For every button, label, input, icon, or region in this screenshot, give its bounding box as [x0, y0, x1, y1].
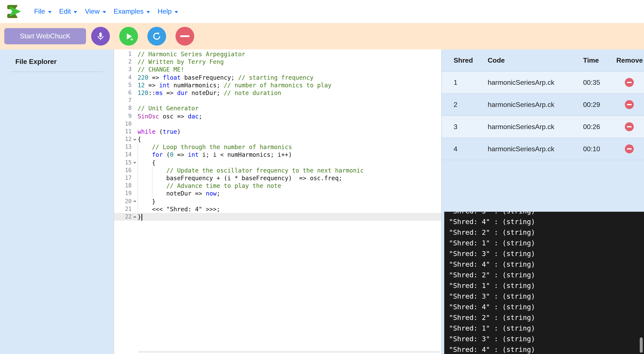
play-button[interactable]	[119, 27, 138, 46]
code-line[interactable]: 10	[114, 120, 441, 128]
microphone-icon	[96, 32, 105, 41]
code-line[interactable]: 2// Written by Terry Feng	[114, 58, 441, 66]
console-line: "Shred: 3" : (string)	[449, 334, 644, 344]
fold-down-icon[interactable]	[132, 159, 138, 166]
code-token: dur	[177, 90, 188, 96]
code-text: {	[138, 159, 156, 166]
code-text: noteDur => now;	[138, 190, 220, 198]
replay-button[interactable]	[147, 27, 166, 46]
code-line[interactable]: 21 <<< "Shred: 4" >>>;	[114, 205, 441, 213]
webchuck-logo[interactable]	[6, 3, 25, 20]
minus-icon	[627, 82, 632, 83]
fold-spacer	[132, 190, 138, 198]
toolbar: Start WebChucK	[0, 23, 644, 50]
fold-down-icon[interactable]	[132, 136, 138, 143]
code-line[interactable]: 12{	[114, 136, 441, 143]
menu-file[interactable]: File	[34, 8, 52, 15]
shred-id: 1	[454, 78, 488, 86]
code-text: }	[138, 198, 156, 205]
code-line[interactable]: 22}	[114, 213, 441, 221]
code-token: osc =>	[159, 113, 188, 120]
menu-examples[interactable]: Examples	[114, 8, 150, 15]
fold-up-icon[interactable]	[132, 198, 138, 205]
menu-help[interactable]: Help	[158, 8, 178, 15]
code-line[interactable]: 17 baseFrequency + (i * baseFrequency) =…	[114, 174, 441, 182]
line-number: 2	[114, 58, 132, 66]
code-token: noteDur;	[188, 90, 224, 96]
remove-shred-row-button[interactable]	[625, 122, 634, 131]
code-token: now	[206, 190, 216, 197]
code-token	[138, 182, 166, 189]
shred-time: 00:35	[583, 78, 616, 86]
code-text: baseFrequency + (i * baseFrequency) => o…	[138, 174, 342, 182]
code-line[interactable]: 16 // Update the oscillator frequency to…	[114, 166, 441, 174]
code-line[interactable]: 18 // Advance time to play the note	[114, 182, 441, 190]
chevron-down-icon	[146, 11, 150, 13]
code-editor[interactable]: 1// Harmonic Series Arpeggiator2// Writt…	[114, 50, 441, 354]
fold-spacer	[132, 151, 138, 159]
code-token: )	[177, 128, 180, 135]
line-number: 14	[114, 151, 132, 159]
shred-id: 2	[454, 101, 488, 108]
code-token: // Advance time to play the note	[166, 182, 281, 189]
remove-shred-row-button[interactable]	[625, 144, 634, 153]
code-token: // Harmonic Series Arpeggiator	[138, 51, 245, 58]
console-scrollbar[interactable]	[640, 338, 643, 353]
code-line[interactable]: 6120::ms => dur noteDur; // note duratio…	[114, 89, 441, 97]
fold-spacer	[132, 66, 138, 74]
menu-label: Examples	[114, 8, 144, 15]
code-token: // note duration	[224, 90, 281, 96]
code-token: for	[152, 152, 163, 158]
code-area: 1// Harmonic Series Arpeggiator2// Writt…	[114, 50, 441, 221]
code-token	[138, 167, 166, 174]
line-number: 9	[114, 112, 132, 120]
code-text: 12 => int numHarmonics; // number of har…	[138, 81, 331, 89]
fold-spacer	[132, 74, 138, 81]
console-line: "Shred: 2" : (string)	[449, 270, 644, 280]
code-line[interactable]: 3// CHANGE ME!	[114, 66, 441, 74]
microphone-button[interactable]	[91, 27, 110, 46]
remove-shred-row-button[interactable]	[625, 78, 634, 87]
code-token: float	[163, 74, 180, 81]
code-line[interactable]: 19 noteDur => now;	[114, 190, 441, 198]
code-line[interactable]: 11while (true)	[114, 128, 441, 136]
remove-shred-row-button[interactable]	[625, 100, 634, 109]
code-line[interactable]: 20 }	[114, 198, 441, 205]
table-row: 4harmonicSeriesArp.ck00:10	[442, 138, 644, 160]
code-line[interactable]: 14 for (0 => int i; i < numHarmonics; i+…	[114, 151, 441, 159]
code-text: while (true)	[138, 128, 180, 136]
code-token: // Written by Terry Feng	[138, 58, 224, 65]
code-line[interactable]: 15 {	[114, 159, 441, 166]
fold-up-icon[interactable]	[132, 213, 138, 221]
chevron-down-icon	[103, 11, 106, 13]
code-token: ;	[199, 113, 202, 120]
file-explorer-panel: File Explorer	[0, 50, 114, 354]
code-token: ms	[156, 90, 163, 96]
code-token: }	[138, 214, 141, 220]
remove-shred-button[interactable]	[176, 27, 194, 46]
replay-icon	[152, 31, 162, 41]
code-line[interactable]: 7	[114, 97, 441, 104]
code-text: // Update the oscillator frequency to th…	[138, 166, 364, 174]
code-line[interactable]: 9SinOsc osc => dac;	[114, 112, 441, 120]
console-line: "Shred: 4" : (string)	[449, 344, 644, 354]
code-line[interactable]: 13 // Loop through the number of harmoni…	[114, 143, 441, 151]
code-text: 120::ms => dur noteDur; // note duration	[138, 89, 281, 97]
chevron-down-icon	[175, 11, 178, 13]
code-line[interactable]: 1// Harmonic Series Arpeggiator	[114, 50, 441, 58]
start-webchuck-button[interactable]: Start WebChucK	[4, 28, 86, 44]
console-panel[interactable]: "Shred: 3" : (string)"Shred: 4" : (strin…	[444, 212, 644, 354]
fold-spacer	[132, 112, 138, 120]
fold-spacer	[132, 120, 138, 128]
fold-spacer	[132, 89, 138, 97]
code-line[interactable]: 4220 => float baseFrequency; // starting…	[114, 74, 441, 81]
code-token: int	[188, 152, 199, 158]
code-token: ::	[148, 90, 156, 96]
menu-edit[interactable]: Edit	[59, 8, 77, 15]
chevron-down-icon	[74, 11, 77, 13]
menu-view[interactable]: View	[85, 8, 106, 15]
code-line[interactable]: 8// Unit Generator	[114, 104, 441, 112]
editor-horizontal-scrollbar[interactable]	[138, 351, 440, 353]
line-number: 8	[114, 104, 132, 112]
code-line[interactable]: 512 => int numHarmonics; // number of ha…	[114, 81, 441, 89]
